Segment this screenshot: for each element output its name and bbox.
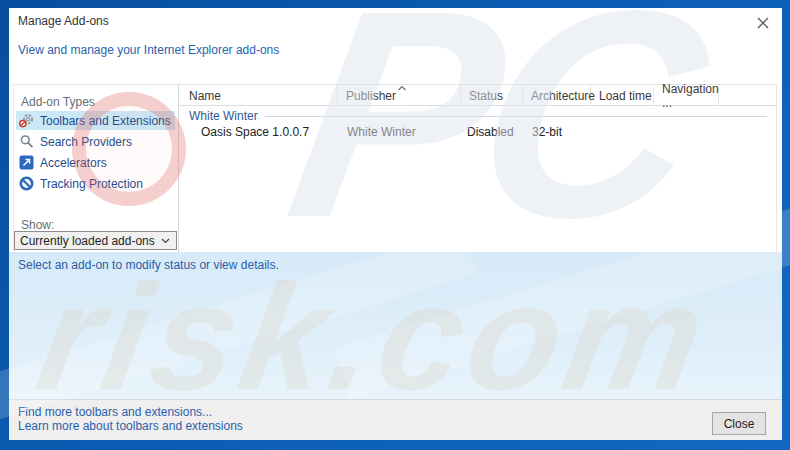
addon-types-heading: Add-on Types — [21, 95, 95, 109]
manage-addons-window: Manage Add-ons View and manage your Inte… — [9, 8, 782, 440]
column-header-label: Architecture — [531, 89, 595, 103]
accelerator-icon — [19, 155, 34, 170]
sidebar-item-accelerators[interactable]: Accelerators — [16, 153, 175, 172]
table-row[interactable]: Oasis Space 1.0.0.7 White Winter Disable… — [179, 123, 777, 140]
addon-types-sidebar: Add-on Types Toolbars and Extensions — [14, 85, 179, 252]
details-hint-text: Select an add-on to modify status or vie… — [18, 258, 279, 272]
show-dropdown[interactable]: Currently loaded add-ons — [14, 231, 177, 250]
cell-publisher: White Winter — [338, 123, 461, 140]
view-manage-link[interactable]: View and manage your Internet Explorer a… — [18, 43, 279, 57]
group-header-divider — [265, 116, 767, 117]
column-header-label: Navigation ... — [662, 82, 719, 110]
sort-ascending-icon — [397, 85, 407, 91]
sidebar-item-tracking-protection[interactable]: Tracking Protection — [16, 174, 175, 193]
dropdown-value: Currently loaded add-ons — [20, 234, 155, 248]
pcrisk-frame: Manage Add-ons View and manage your Inte… — [0, 0, 790, 450]
footer-bar: Find more toolbars and extensions... Lea… — [9, 399, 782, 440]
find-more-toolbars-link[interactable]: Find more toolbars and extensions... — [18, 405, 212, 419]
chevron-down-icon — [161, 238, 170, 244]
blocked-circle-icon — [19, 176, 34, 191]
column-header-label: Name — [189, 89, 221, 103]
sidebar-item-label: Toolbars and Extensions — [40, 114, 171, 128]
main-panel: Add-on Types Toolbars and Extensions — [13, 84, 777, 252]
details-panel: Select an add-on to modify status or vie… — [9, 252, 782, 399]
addons-table: Name Publisher Status Architecture Load … — [179, 85, 777, 252]
column-header-label: Publisher — [346, 89, 396, 103]
cell-architecture: 32-bit — [523, 123, 591, 140]
sidebar-item-label: Tracking Protection — [40, 177, 143, 191]
column-header-architecture[interactable]: Architecture — [523, 86, 591, 106]
learn-more-toolbars-link[interactable]: Learn more about toolbars and extensions — [18, 419, 243, 433]
close-button[interactable]: Close — [712, 412, 766, 435]
cell-name: Oasis Space 1.0.0.7 — [179, 123, 338, 140]
group-header-row: White Winter — [179, 108, 777, 123]
cell-status: Disabled — [461, 123, 523, 140]
group-header-label: White Winter — [189, 109, 258, 123]
sidebar-item-label: Accelerators — [40, 156, 107, 170]
column-header-navigation[interactable]: Navigation ... — [654, 86, 719, 106]
sidebar-item-search-providers[interactable]: Search Providers — [16, 132, 175, 151]
show-label: Show: — [21, 218, 54, 232]
table-header-row: Name Publisher Status Architecture Load … — [179, 86, 777, 106]
close-icon[interactable] — [756, 16, 770, 30]
column-header-status[interactable]: Status — [461, 86, 523, 106]
column-header-name[interactable]: Name — [179, 86, 338, 106]
column-header-label: Load time — [599, 89, 652, 103]
magnifier-icon — [19, 134, 34, 149]
column-header-label: Status — [469, 89, 503, 103]
column-header-load-time[interactable]: Load time — [591, 86, 654, 106]
sidebar-item-toolbars-extensions[interactable]: Toolbars and Extensions — [16, 111, 175, 130]
gear-blocked-icon — [19, 113, 34, 128]
cell-navigation — [654, 123, 719, 140]
window-title: Manage Add-ons — [18, 14, 109, 28]
cell-load-time — [591, 123, 654, 140]
sidebar-item-label: Search Providers — [40, 135, 132, 149]
